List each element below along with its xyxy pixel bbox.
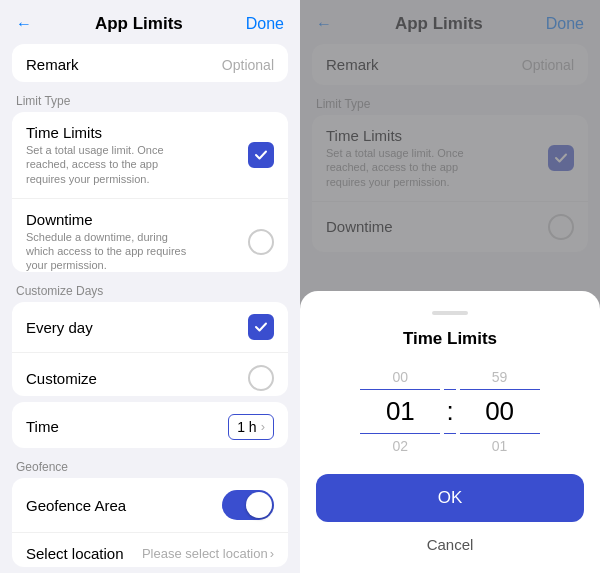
checkmark-icon bbox=[254, 320, 268, 334]
every-day-checkbox[interactable] bbox=[248, 314, 274, 340]
customize-days-section-label: Customize Days bbox=[0, 278, 300, 302]
time-limits-modal: Time Limits 00 01 02 : bbox=[300, 291, 600, 573]
downtime-row[interactable]: Downtime Schedule a downtime, during whi… bbox=[12, 199, 288, 272]
time-limits-desc: Set a total usage limit. Once reached, a… bbox=[26, 143, 196, 186]
time-row[interactable]: Time 1 h › bbox=[12, 402, 288, 448]
geofence-area-label: Geofence Area bbox=[26, 497, 126, 514]
time-limits-row[interactable]: Time Limits Set a total usage limit. Onc… bbox=[12, 112, 288, 199]
customize-checkbox[interactable] bbox=[248, 365, 274, 391]
geofence-card: Geofence Area Select location Please sel… bbox=[12, 478, 288, 567]
hours-selected-wrap: 01 bbox=[360, 389, 440, 434]
modal-handle bbox=[432, 311, 468, 315]
hours-column[interactable]: 00 01 02 bbox=[360, 365, 440, 458]
limit-type-card: Time Limits Set a total usage limit. Onc… bbox=[12, 112, 288, 272]
time-value[interactable]: 1 h › bbox=[228, 414, 274, 440]
minutes-selected-wrap: 00 bbox=[460, 389, 540, 434]
modal-title: Time Limits bbox=[316, 329, 584, 349]
remark-value: Optional bbox=[222, 57, 274, 73]
time-card: Time 1 h › bbox=[12, 402, 288, 448]
geofence-toggle[interactable] bbox=[222, 490, 274, 520]
minutes-selected: 00 bbox=[485, 396, 514, 427]
select-location-label: Select location bbox=[26, 545, 124, 562]
every-day-label: Every day bbox=[26, 319, 93, 336]
remark-row[interactable]: Remark Optional bbox=[12, 44, 288, 82]
time-limits-checkbox[interactable] bbox=[248, 142, 274, 168]
limit-type-section-label: Limit Type bbox=[0, 88, 300, 112]
left-top-bar: ← App Limits Done bbox=[0, 0, 300, 44]
modal-overlay: Time Limits 00 01 02 : bbox=[300, 0, 600, 573]
left-title: App Limits bbox=[95, 14, 183, 34]
time-separator: : bbox=[446, 396, 453, 427]
time-picker[interactable]: 00 01 02 : 59 bbox=[316, 363, 584, 460]
left-panel: ← App Limits Done Remark Optional Limit … bbox=[0, 0, 300, 573]
left-back-button[interactable]: ← bbox=[16, 15, 32, 33]
geofence-section-label: Geofence bbox=[0, 454, 300, 478]
time-label: Time bbox=[26, 418, 59, 435]
time-limits-label: Time Limits bbox=[26, 124, 248, 141]
hours-selected: 01 bbox=[386, 396, 415, 427]
right-panel: ← App Limits Done Remark Optional Limit … bbox=[300, 0, 600, 573]
minutes-prev: 59 bbox=[460, 365, 540, 389]
downtime-label: Downtime bbox=[26, 211, 248, 228]
every-day-row[interactable]: Every day bbox=[12, 302, 288, 353]
left-done-button[interactable]: Done bbox=[246, 15, 284, 33]
downtime-desc: Schedule a downtime, during which access… bbox=[26, 230, 196, 272]
customize-days-card: Every day Customize bbox=[12, 302, 288, 396]
colon-separator-wrap: : bbox=[440, 363, 459, 460]
customize-label: Customize bbox=[26, 370, 97, 387]
cancel-button[interactable]: Cancel bbox=[316, 532, 584, 557]
minutes-next: 01 bbox=[460, 434, 540, 458]
remark-card: Remark Optional bbox=[12, 44, 288, 82]
checkmark-icon bbox=[254, 148, 268, 162]
toggle-knob bbox=[246, 492, 272, 518]
hours-prev: 00 bbox=[360, 365, 440, 389]
geofence-area-row[interactable]: Geofence Area bbox=[12, 478, 288, 533]
select-location-row[interactable]: Select location Please select location › bbox=[12, 533, 288, 567]
minutes-column[interactable]: 59 00 01 bbox=[460, 365, 540, 458]
customize-row[interactable]: Customize bbox=[12, 353, 288, 396]
downtime-checkbox[interactable] bbox=[248, 229, 274, 255]
chevron-right-icon: › bbox=[270, 546, 274, 561]
hours-next: 02 bbox=[360, 434, 440, 458]
remark-label: Remark bbox=[26, 56, 79, 73]
chevron-right-icon: › bbox=[261, 419, 265, 434]
ok-button[interactable]: OK bbox=[316, 474, 584, 522]
colon-selected: : bbox=[444, 389, 455, 434]
select-location-value[interactable]: Please select location › bbox=[142, 546, 274, 561]
